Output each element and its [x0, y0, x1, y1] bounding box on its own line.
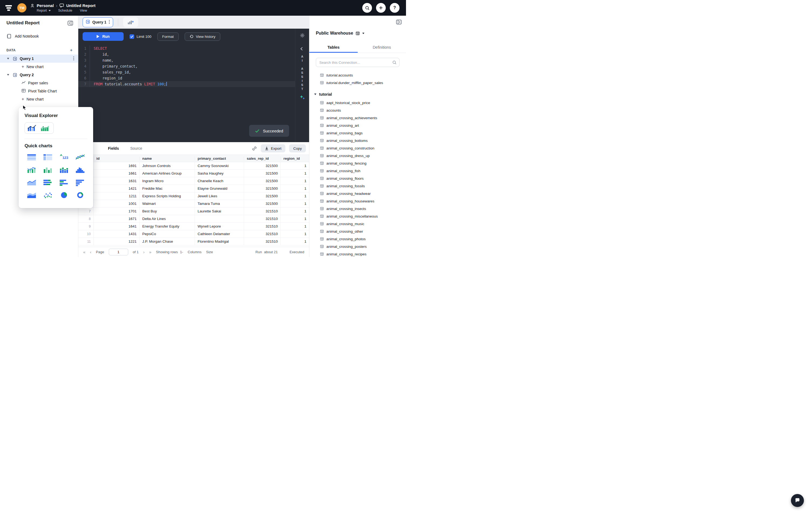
- cell-name[interactable]: Energy Transfer Equity: [139, 223, 195, 230]
- cell-primary-contact[interactable]: [195, 215, 244, 222]
- first-page-icon[interactable]: «: [83, 250, 85, 254]
- cell-name[interactable]: Walmart: [139, 200, 195, 207]
- cell-sales-rep-id[interactable]: 321510: [244, 238, 281, 245]
- cell-primary-contact[interactable]: Chanelle Keach: [195, 177, 244, 185]
- kebab-menu-icon[interactable]: [109, 20, 110, 25]
- code-line[interactable]: 2 id,: [78, 51, 295, 57]
- cell-id[interactable]: 1221: [93, 238, 139, 245]
- code-line[interactable]: 1SELECT: [78, 46, 295, 51]
- next-page-icon[interactable]: ›: [143, 250, 144, 254]
- area-chart-button[interactable]: [25, 178, 38, 187]
- cell-region-id[interactable]: 1: [281, 177, 309, 185]
- app-logo-icon[interactable]: [4, 3, 13, 13]
- table-item[interactable]: animal_crossing_housewares: [309, 197, 406, 205]
- table-row[interactable]: 1 1691 Johnson Controls Cammy Sosnowski …: [78, 162, 309, 170]
- cell-region-id[interactable]: 1: [281, 162, 309, 169]
- code-line[interactable]: 5 sales_rep_id,: [78, 69, 295, 75]
- cell-name[interactable]: Delta Air Lines: [139, 215, 195, 222]
- cell-id[interactable]: 1661: [93, 170, 139, 177]
- tab-tables[interactable]: Tables: [309, 42, 358, 53]
- connection-search-input[interactable]: [316, 58, 400, 67]
- table-row[interactable]: 2 1661 American Airlines Group Sasha Hau…: [78, 170, 309, 177]
- add-notebook-button[interactable]: Add Notebook: [0, 26, 78, 39]
- cell-sales-rep-id[interactable]: 321510: [244, 208, 281, 215]
- limit-checkbox[interactable]: Limit 100: [129, 34, 151, 39]
- cell-primary-contact[interactable]: Cammy Sosnowski: [195, 162, 244, 169]
- cell-id[interactable]: 1671: [93, 215, 139, 222]
- table-row[interactable]: 6 1001 Walmart Tamara Tuma 321500 1: [78, 200, 309, 208]
- cell-sales-rep-id[interactable]: 321500: [244, 162, 281, 169]
- cell-id[interactable]: 1421: [93, 185, 139, 192]
- combo-chart-button[interactable]: [25, 165, 38, 174]
- sidebar-item-query1[interactable]: Query 1: [0, 55, 78, 63]
- ai-assist-panel[interactable]: AI ASSIST: [295, 29, 309, 142]
- cell-id[interactable]: 1691: [93, 162, 139, 169]
- cell-name[interactable]: American Airlines Group: [139, 170, 195, 177]
- table-item[interactable]: animal_crossing_posters: [309, 243, 406, 250]
- cell-region-id[interactable]: 1: [281, 238, 309, 245]
- table-item[interactable]: animal_crossing_fencing: [309, 159, 406, 167]
- stacked-bar-button[interactable]: [41, 178, 55, 187]
- tab-fields[interactable]: Fields: [108, 146, 119, 151]
- table-item[interactable]: aapl_historical_stock_price: [309, 99, 406, 106]
- cell-id[interactable]: 1001: [93, 200, 139, 207]
- table-row[interactable]: 11 1221 J.P. Morgan Chase Florentino Mad…: [78, 238, 309, 245]
- pivot-table-button[interactable]: [41, 153, 55, 161]
- cell-sales-rep-id[interactable]: 321500: [244, 177, 281, 185]
- copy-button[interactable]: Copy: [289, 144, 306, 153]
- table-item[interactable]: animal_crossing_art: [309, 121, 406, 129]
- pinned-table-item[interactable]: tutorial.accounts: [309, 71, 406, 79]
- cell-id[interactable]: 1701: [93, 208, 139, 215]
- pie-chart-button[interactable]: [57, 191, 71, 199]
- cell-region-id[interactable]: 1: [281, 192, 309, 200]
- new-chart-tab-button[interactable]: [123, 17, 138, 27]
- cell-sales-rep-id[interactable]: 321500: [244, 185, 281, 192]
- menu-schedule[interactable]: Schedule: [58, 9, 72, 12]
- kebab-menu-icon[interactable]: [73, 56, 74, 61]
- export-button[interactable]: Export: [261, 144, 285, 153]
- stacked-column-button[interactable]: [57, 165, 71, 174]
- cell-region-id[interactable]: 1: [281, 215, 309, 222]
- add-button[interactable]: [376, 3, 386, 13]
- table-item[interactable]: animal_crossing_fossils: [309, 182, 406, 190]
- pinned-table-item[interactable]: tutorial.dunder_mifflin_paper_sales: [309, 79, 406, 86]
- cell-sales-rep-id[interactable]: 321500: [244, 200, 281, 207]
- cell-name[interactable]: Ingram Micro: [139, 177, 195, 185]
- cell-name[interactable]: PepsiCo: [139, 230, 195, 238]
- scatter-plot-button[interactable]: [41, 191, 55, 199]
- prev-page-icon[interactable]: ‹: [90, 250, 91, 254]
- column-header-sales-rep-id[interactable]: sales_rep_id: [244, 157, 281, 161]
- schema-group-tutorial[interactable]: tutorial: [309, 90, 406, 99]
- table-row[interactable]: 10 1431 PepsiCo Cathleen Delamater 32151…: [78, 230, 309, 238]
- search-button[interactable]: [362, 3, 372, 13]
- table-item[interactable]: animal_crossing_miscellaneous: [309, 212, 406, 220]
- page-input[interactable]: [109, 249, 128, 255]
- new-chart-button-query1[interactable]: + New chart: [0, 63, 78, 71]
- cell-region-id[interactable]: 1: [281, 200, 309, 207]
- tab-definitions[interactable]: Definitions: [358, 42, 406, 53]
- cell-name[interactable]: Freddie Mac: [139, 185, 195, 192]
- table-item[interactable]: animal_crossing_construction: [309, 144, 406, 152]
- bar-chart-button[interactable]: [73, 178, 87, 187]
- cell-primary-contact[interactable]: Tamara Tuma: [195, 200, 244, 207]
- table-item[interactable]: animal_crossing_other: [309, 227, 406, 235]
- chevron-down-icon[interactable]: [7, 58, 9, 59]
- view-history-button[interactable]: View history: [185, 32, 221, 41]
- line-chart-button[interactable]: [73, 153, 87, 161]
- cell-name[interactable]: Express Scripts Holding: [139, 192, 195, 200]
- cell-sales-rep-id[interactable]: 321510: [244, 215, 281, 222]
- gear-icon[interactable]: [300, 33, 305, 38]
- table-item[interactable]: animal_crossing_bags: [309, 129, 406, 137]
- table-item[interactable]: animal_crossing_dress_up: [309, 152, 406, 159]
- column-header-id[interactable]: id: [93, 157, 139, 161]
- cell-sales-rep-id[interactable]: 321500: [244, 192, 281, 200]
- cell-id[interactable]: 1631: [93, 177, 139, 185]
- collapse-right-sidebar-icon[interactable]: [396, 20, 402, 25]
- table-item[interactable]: animal_crossing_bottoms: [309, 137, 406, 144]
- sidebar-item-query2[interactable]: Query 2: [0, 71, 78, 79]
- cell-region-id[interactable]: 1: [281, 208, 309, 215]
- chevron-down-icon[interactable]: [7, 74, 9, 76]
- grouped-bar-button[interactable]: [57, 178, 71, 187]
- table-row[interactable]: 3 1631 Ingram Micro Chanelle Keach 32150…: [78, 177, 309, 185]
- new-chart-button-query2[interactable]: + New chart: [0, 95, 78, 103]
